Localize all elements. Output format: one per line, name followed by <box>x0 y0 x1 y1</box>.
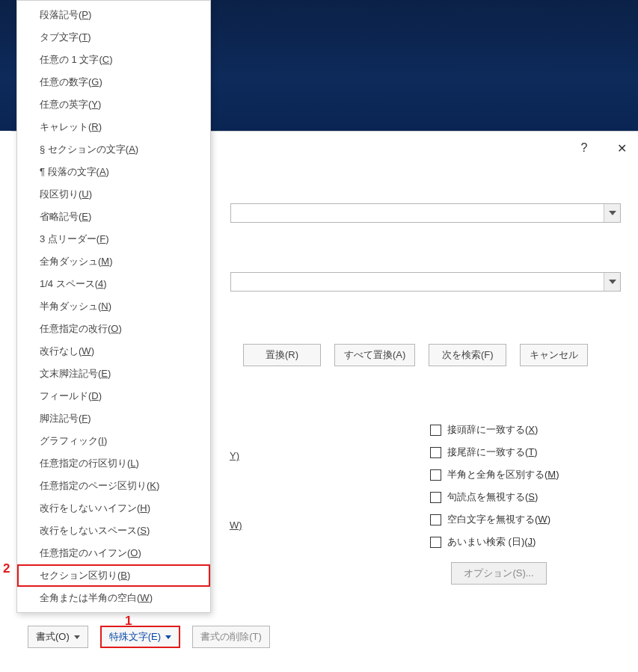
checkbox-option[interactable]: あいまい検索 (日)(J) <box>430 535 559 549</box>
checkbox-label: 空白文字を無視する(W) <box>447 513 550 526</box>
menu-item[interactable]: 全角ダッシュ(M) <box>17 250 210 273</box>
format-dropdown-button[interactable]: 書式(O) <box>28 626 88 648</box>
menu-item[interactable]: キャレット(R) <box>17 116 210 138</box>
special-chars-dropdown-button[interactable]: 特殊文字(E) <box>100 626 180 648</box>
dropdown-icon[interactable] <box>604 204 620 222</box>
checkbox-option[interactable]: 空白文字を無視する(W) <box>430 513 559 526</box>
dropdown-triangle-icon <box>74 635 80 639</box>
replace-with-combo[interactable] <box>230 272 621 292</box>
options-button: オプション(S)... <box>451 562 547 585</box>
menu-item[interactable]: グラフィック(I) <box>17 430 210 452</box>
menu-item[interactable]: フィールド(D) <box>17 385 210 407</box>
dropdown-triangle-icon <box>165 635 171 639</box>
menu-item[interactable]: 改行をしないスペース(S) <box>17 520 210 542</box>
menu-item[interactable]: 任意指定のハイフン(O) <box>17 542 210 564</box>
menu-item[interactable]: 段落記号(P) <box>17 4 210 26</box>
bottom-button-row: 書式(O) 特殊文字(E) 書式の削除(T) <box>28 626 270 648</box>
obscured-label-y: Y) <box>230 450 239 461</box>
menu-item[interactable]: 全角または半角の空白(W) <box>17 587 210 609</box>
clear-format-button[interactable]: 書式の削除(T) <box>192 626 270 648</box>
checkbox-label: 句読点を無視する(S) <box>447 490 538 504</box>
close-button[interactable]: ✕ <box>613 141 631 155</box>
menu-item[interactable]: 任意指定の改行(O) <box>17 318 210 340</box>
menu-item[interactable]: ¶ 段落の文字(A) <box>17 161 210 183</box>
checkbox-label: 接頭辞に一致する(X) <box>447 423 538 437</box>
checkbox-label: 接尾辞に一致する(T) <box>447 446 538 459</box>
checkbox-box[interactable] <box>430 492 441 503</box>
callout-2: 2 <box>3 561 10 576</box>
checkbox-option[interactable]: 接尾辞に一致する(T) <box>430 446 559 459</box>
checkbox-box[interactable] <box>430 447 441 458</box>
format-button-label: 書式(O) <box>36 630 70 644</box>
menu-item[interactable]: § セクションの文字(A) <box>17 138 210 161</box>
checkbox-option[interactable]: 半角と全角を区別する(M) <box>430 468 559 481</box>
menu-item[interactable]: 省略記号(E) <box>17 206 210 228</box>
cancel-button[interactable]: キャンセル <box>520 344 588 366</box>
menu-item[interactable]: 3 点リーダー(F) <box>17 228 210 250</box>
menu-item[interactable]: 任意指定の行区切り(L) <box>17 452 210 475</box>
search-options-column: 接頭辞に一致する(X)接尾辞に一致する(T)半角と全角を区別する(M)句読点を無… <box>430 423 559 585</box>
find-what-combo[interactable] <box>230 203 621 223</box>
help-button[interactable]: ? <box>575 141 593 155</box>
menu-item[interactable]: タブ文字(T) <box>17 26 210 49</box>
checkbox-box[interactable] <box>430 514 441 525</box>
find-next-button[interactable]: 次を検索(F) <box>429 344 506 366</box>
menu-item[interactable]: 任意の数字(G) <box>17 71 210 93</box>
menu-item[interactable]: 改行をしないハイフン(H) <box>17 497 210 520</box>
special-chars-menu: 段落記号(P)タブ文字(T)任意の 1 文字(C)任意の数字(G)任意の英字(Y… <box>16 0 211 613</box>
menu-item[interactable]: 1/4 スペース(4) <box>17 273 210 295</box>
checkbox-option[interactable]: 接頭辞に一致する(X) <box>430 423 559 437</box>
replace-button[interactable]: 置換(R) <box>243 344 321 366</box>
menu-item[interactable]: 改行なし(W) <box>17 340 210 363</box>
checkbox-label: あいまい検索 (日)(J) <box>447 535 536 549</box>
checkbox-option[interactable]: 句読点を無視する(S) <box>430 490 559 504</box>
replace-all-button[interactable]: すべて置換(A) <box>334 344 415 366</box>
checkbox-box[interactable] <box>430 537 441 548</box>
action-button-row: 置換(R) すべて置換(A) 次を検索(F) キャンセル <box>243 344 588 366</box>
menu-item[interactable]: 文末脚注記号(E) <box>17 363 210 385</box>
menu-item[interactable]: 半角ダッシュ(N) <box>17 295 210 318</box>
menu-item[interactable]: セクション区切り(B) <box>17 564 210 587</box>
checkbox-label: 半角と全角を区別する(M) <box>447 468 559 481</box>
dropdown-icon[interactable] <box>604 273 620 291</box>
callout-1: 1 <box>125 614 132 629</box>
menu-item[interactable]: 脚注記号(F) <box>17 407 210 430</box>
menu-item[interactable]: 任意の英字(Y) <box>17 93 210 116</box>
menu-item[interactable]: 任意指定のページ区切り(K) <box>17 475 210 497</box>
obscured-label-w: W) <box>230 520 242 531</box>
menu-item[interactable]: 任意の 1 文字(C) <box>17 49 210 71</box>
checkbox-box[interactable] <box>430 425 441 436</box>
menu-item[interactable]: 段区切り(U) <box>17 183 210 206</box>
checkbox-box[interactable] <box>430 469 441 481</box>
special-button-label: 特殊文字(E) <box>109 630 161 644</box>
clear-format-label: 書式の削除(T) <box>200 630 262 644</box>
